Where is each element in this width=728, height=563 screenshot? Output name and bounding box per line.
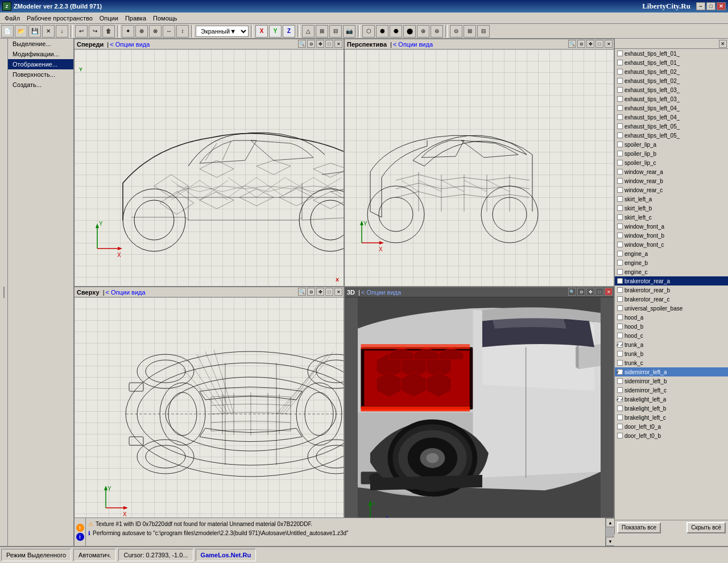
obj-checkbox-39[interactable] bbox=[617, 405, 623, 411]
sidebar-item-display[interactable]: Отображение... bbox=[8, 59, 73, 69]
obj-checkbox-11[interactable] bbox=[617, 151, 623, 156]
tool3-button[interactable]: ⊗ bbox=[149, 25, 162, 38]
obj-item-23[interactable]: engine_b bbox=[615, 258, 728, 267]
obj-checkbox-4[interactable] bbox=[617, 87, 623, 93]
extra8-button[interactable]: ⊞ bbox=[464, 25, 476, 38]
vp-3d-maximize[interactable]: □ bbox=[595, 288, 603, 296]
axis-z-button[interactable]: Z bbox=[283, 25, 295, 38]
obj-item-40[interactable]: brakelight_left_c bbox=[615, 413, 728, 422]
obj-checkbox-9[interactable] bbox=[617, 133, 623, 138]
obj-checkbox-33[interactable] bbox=[617, 351, 623, 357]
obj-item-8[interactable]: exhaust_tips_left_05_ bbox=[615, 122, 728, 131]
obj-item-24[interactable]: engine_c bbox=[615, 267, 728, 276]
obj-checkbox-29[interactable] bbox=[617, 314, 623, 320]
obj-checkbox-41[interactable] bbox=[617, 424, 623, 429]
obj-checkbox-13[interactable] bbox=[617, 169, 623, 175]
obj-item-11[interactable]: spoiler_lip_b bbox=[615, 149, 728, 158]
obj-item-13[interactable]: window_rear_a bbox=[615, 167, 728, 176]
vp-persp-pan[interactable]: ✤ bbox=[586, 40, 594, 48]
vp-front-zoom-in[interactable]: 🔍 bbox=[298, 40, 306, 48]
obj-checkbox-15[interactable] bbox=[617, 187, 623, 193]
obj-checkbox-30[interactable] bbox=[617, 324, 623, 329]
obj-item-22[interactable]: engine_a bbox=[615, 249, 728, 258]
tool2-button[interactable]: ⊕ bbox=[135, 25, 148, 38]
obj-item-0[interactable]: exhaust_tips_left_01_ bbox=[615, 49, 728, 58]
tool1-button[interactable]: ✦ bbox=[122, 25, 134, 38]
viewport-3d-options[interactable]: < Опции вида bbox=[361, 289, 401, 296]
obj-item-6[interactable]: exhaust_tips_left_04_ bbox=[615, 104, 728, 113]
obj-item-15[interactable]: window_rear_c bbox=[615, 185, 728, 194]
obj-item-4[interactable]: exhaust_tips_left_03_ bbox=[615, 85, 728, 94]
sidebar-item-create[interactable]: Создать... bbox=[8, 80, 73, 90]
obj-item-10[interactable]: spoiler_lip_a bbox=[615, 140, 728, 149]
obj-checkbox-19[interactable] bbox=[617, 223, 623, 229]
obj-item-37[interactable]: sidemirror_left_c bbox=[615, 386, 728, 395]
obj-item-35[interactable]: ✓sidemirror_left_a bbox=[615, 367, 728, 376]
obj-item-9[interactable]: exhaust_tips_left_05_ bbox=[615, 131, 728, 140]
obj-checkbox-18[interactable] bbox=[617, 214, 623, 220]
viewport-perspective-options[interactable]: < Опции вида bbox=[393, 41, 433, 48]
vp-front-maximize[interactable]: □ bbox=[325, 40, 333, 48]
menu-edit[interactable]: Правка bbox=[122, 14, 150, 23]
tri-button[interactable]: △ bbox=[302, 25, 315, 38]
obj-item-29[interactable]: hood_a bbox=[615, 313, 728, 322]
tool4-button[interactable]: ↔ bbox=[163, 25, 175, 38]
obj-checkbox-34[interactable] bbox=[617, 360, 623, 366]
open-button[interactable]: 📂 bbox=[15, 25, 27, 38]
obj-item-34[interactable]: trunk_c bbox=[615, 358, 728, 367]
extra4-button[interactable]: ⬤ bbox=[403, 25, 416, 38]
vp-front-zoom-out[interactable]: ⊖ bbox=[307, 40, 315, 48]
obj-item-21[interactable]: window_front_c bbox=[615, 240, 728, 249]
hide-all-button[interactable]: Скрыть всё bbox=[686, 522, 726, 533]
close-file-button[interactable]: ✕ bbox=[42, 25, 55, 38]
obj-item-18[interactable]: skirt_left_c bbox=[615, 213, 728, 222]
vp-persp-zoom-in[interactable]: 🔍 bbox=[568, 40, 576, 48]
vp-3d-zoom-in[interactable]: 🔍 bbox=[568, 288, 576, 296]
obj-checkbox-28[interactable] bbox=[617, 305, 623, 311]
viewport-front-content[interactable]: Y X bbox=[75, 49, 344, 286]
obj-item-39[interactable]: brakelight_left_b bbox=[615, 404, 728, 413]
right-panel-close[interactable]: ✕ bbox=[719, 40, 727, 48]
show-all-button[interactable]: Показать все bbox=[617, 522, 661, 533]
obj-checkbox-7[interactable] bbox=[617, 114, 623, 120]
sidebar-item-selection[interactable]: Выделение... bbox=[8, 39, 73, 49]
obj-checkbox-21[interactable] bbox=[617, 242, 623, 247]
obj-item-3[interactable]: exhaust_tips_left_02_ bbox=[615, 76, 728, 85]
minimize-button[interactable]: − bbox=[696, 2, 705, 10]
menu-options[interactable]: Опции bbox=[96, 14, 122, 23]
obj-checkbox-6[interactable] bbox=[617, 105, 623, 111]
menu-file[interactable]: Файл bbox=[1, 14, 23, 23]
extra2-button[interactable]: ⬢ bbox=[376, 25, 388, 38]
obj-checkbox-3[interactable] bbox=[617, 78, 623, 84]
obj-item-27[interactable]: brakerotor_rear_c bbox=[615, 295, 728, 304]
close-button[interactable]: ✕ bbox=[717, 2, 726, 10]
vp-3d-close[interactable]: ✕ bbox=[605, 288, 613, 296]
obj-checkbox-5[interactable] bbox=[617, 96, 623, 102]
obj-item-20[interactable]: window_front_b bbox=[615, 231, 728, 240]
menu-workspace[interactable]: Рабочее пространство bbox=[23, 14, 96, 23]
vp-front-close[interactable]: ✕ bbox=[334, 40, 342, 48]
obj-item-1[interactable]: exhaust_tips_left_01_ bbox=[615, 58, 728, 67]
obj-checkbox-38[interactable]: ✓ bbox=[617, 396, 623, 402]
obj-checkbox-10[interactable] bbox=[617, 142, 623, 147]
obj-item-17[interactable]: skirt_left_b bbox=[615, 204, 728, 213]
obj-item-26[interactable]: brakerotor_rear_b bbox=[615, 285, 728, 295]
obj-checkbox-37[interactable] bbox=[617, 387, 623, 393]
obj-checkbox-23[interactable] bbox=[617, 260, 623, 266]
obj-item-19[interactable]: window_front_a bbox=[615, 222, 728, 231]
view-dropdown[interactable]: Экранный▼ bbox=[196, 26, 249, 37]
obj-item-36[interactable]: sidemirror_left_b bbox=[615, 376, 728, 386]
vp-top-zoom-out[interactable]: ⊖ bbox=[307, 288, 315, 296]
sidebar-item-surface[interactable]: Поверхность... bbox=[8, 69, 73, 80]
obj-item-12[interactable]: spoiler_lip_c bbox=[615, 158, 728, 167]
obj-checkbox-32[interactable]: ✓ bbox=[617, 342, 623, 347]
obj-checkbox-26[interactable] bbox=[617, 287, 623, 293]
sidebar-item-modifications[interactable]: Модификации... bbox=[8, 49, 73, 59]
obj-item-30[interactable]: hood_b bbox=[615, 322, 728, 331]
vp-persp-maximize[interactable]: □ bbox=[595, 40, 603, 48]
obj-checkbox-2[interactable] bbox=[617, 69, 623, 74]
log-scroll-down[interactable]: ▼ bbox=[606, 537, 614, 546]
extra1-button[interactable]: ⬡ bbox=[362, 25, 375, 38]
axis-x-button[interactable]: X bbox=[255, 25, 268, 38]
tool5-button[interactable]: ↕ bbox=[176, 25, 189, 38]
